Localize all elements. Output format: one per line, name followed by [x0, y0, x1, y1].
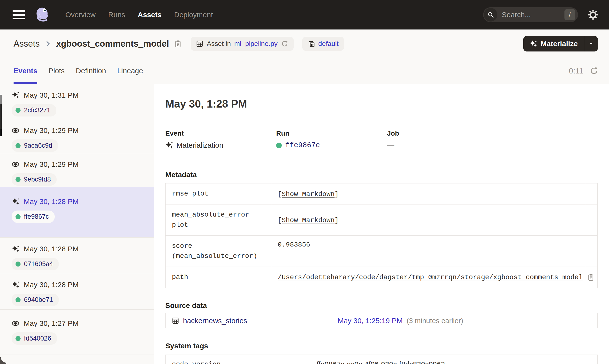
search-shortcut-badge: / — [565, 9, 575, 20]
event-list-item[interactable]: May 30, 1:29 PM 9aca6c9d — [0, 119, 154, 154]
asset-name-title: xgboost_comments_model — [56, 39, 169, 49]
metadata-key: rmse plot — [166, 183, 271, 205]
event-date: May 30, 1:28 PM — [24, 197, 79, 206]
event-list-sidebar: May 30, 1:31 PM 2cfc3271 May 30, 1:29 PM… — [0, 84, 154, 364]
observation-eye-icon — [12, 160, 19, 168]
source-time-link[interactable]: May 30, 1:25:19 PM — [338, 317, 402, 325]
dagster-logo-icon[interactable] — [34, 6, 51, 23]
top-navbar: Overview Runs Assets Deployment Search..… — [0, 0, 609, 29]
run-tag[interactable]: ffe9867c — [12, 210, 55, 223]
event-list-item-selected[interactable]: May 30, 1:28 PM ffe9867c — [0, 187, 154, 238]
run-tag[interactable]: 2cfc3271 — [12, 104, 56, 117]
show-markdown-link[interactable]: [Show Markdown] — [278, 190, 339, 198]
asset-group-pill[interactable]: default — [302, 37, 344, 51]
copy-path-icon[interactable] — [587, 273, 595, 281]
sparkle-icon — [530, 40, 537, 47]
run-tag[interactable]: 6940be71 — [12, 294, 59, 306]
metadata-key: mean_absolute_error plot — [166, 205, 271, 236]
nav-item-assets[interactable]: Assets — [138, 11, 161, 19]
metadata-heading: Metadata — [165, 171, 609, 179]
run-status-dot — [15, 297, 21, 302]
table-icon — [172, 317, 179, 324]
observation-eye-icon — [12, 320, 19, 327]
nav-item-deployment[interactable]: Deployment — [174, 11, 213, 19]
event-summary-columns: Event Materialization Run ffe9867c Job — — [165, 130, 609, 149]
event-date: May 30, 1:28 PM — [24, 281, 79, 289]
event-list-item[interactable]: May 30, 1:28 PM 6940be71 — [0, 273, 154, 310]
search-input[interactable]: Search... / — [483, 7, 578, 22]
breadcrumb-assets-link[interactable]: Assets — [14, 39, 40, 49]
system-tags-heading: System tags — [165, 342, 609, 350]
event-date: May 30, 1:29 PM — [24, 126, 79, 135]
repo-icon — [308, 40, 315, 47]
nav-item-overview[interactable]: Overview — [65, 11, 96, 19]
event-list-item[interactable]: May 30, 1:31 PM 2cfc3271 — [0, 84, 154, 119]
tab-definition[interactable]: Definition — [76, 58, 106, 84]
event-list-item[interactable]: May 30, 1:29 PM 9ebc9fd8 — [0, 154, 154, 187]
run-id: 071605a4 — [24, 260, 53, 268]
materialization-sparkle-icon — [12, 281, 19, 289]
show-markdown-link[interactable]: [Show Markdown] — [278, 217, 339, 224]
run-id: 2cfc3271 — [24, 107, 51, 114]
chevron-right-icon — [44, 40, 52, 48]
event-detail-panel: May 30, 1:28 PM Event Materialization Ru… — [154, 84, 609, 364]
run-status-dot — [15, 108, 21, 113]
tab-events[interactable]: Events — [14, 58, 37, 84]
system-tag-key: code_version — [166, 355, 310, 364]
run-tag[interactable]: fd540026 — [12, 332, 57, 345]
search-icon — [484, 8, 498, 22]
run-tag[interactable]: 9ebc9fd8 — [12, 173, 57, 186]
main-nav: Overview Runs Assets Deployment — [65, 11, 213, 19]
materialization-sparkle-icon — [165, 141, 173, 149]
materialize-button[interactable]: Materialize — [523, 36, 584, 52]
run-status-dot — [15, 214, 21, 219]
event-column-label: Event — [165, 130, 276, 137]
refresh-icon[interactable] — [590, 66, 598, 75]
materialize-dropdown-button[interactable] — [584, 36, 598, 52]
run-id: 6940be71 — [24, 296, 53, 304]
observation-eye-icon — [12, 127, 19, 134]
materialization-sparkle-icon — [12, 245, 19, 253]
settings-gear-icon[interactable] — [588, 9, 598, 20]
event-date: May 30, 1:29 PM — [24, 160, 79, 169]
source-data-heading: Source data — [165, 301, 609, 310]
metadata-table: rmse plot [Show Markdown] mean_absolute_… — [165, 183, 598, 288]
job-value: — — [387, 141, 394, 149]
group-default-link[interactable]: default — [318, 40, 339, 48]
asset-definition-pill[interactable]: Asset in ml_pipeline.py — [191, 37, 294, 51]
reload-definitions-icon[interactable] — [281, 40, 288, 47]
table-row: hackernews_stories May 30, 1:25:19 PM (3… — [166, 313, 598, 328]
nav-item-runs[interactable]: Runs — [108, 11, 125, 19]
pipeline-file-link[interactable]: ml_pipeline.py — [234, 40, 278, 48]
run-id: 9aca6c9d — [24, 142, 52, 149]
path-link[interactable]: /Users/odetteharary/code/dagster/tmp_0mz… — [278, 273, 583, 281]
event-list-item[interactable]: May 30, 1:28 PM 071605a4 — [0, 238, 154, 273]
event-type-value: Materialization — [177, 141, 223, 149]
source-asset-link[interactable]: hackernews_stories — [183, 317, 247, 325]
run-status-dot — [15, 261, 21, 267]
metadata-key: path — [166, 267, 271, 288]
tab-plots[interactable]: Plots — [48, 58, 65, 84]
table-row: score (mean_absolute_error) 0.983856 — [166, 236, 598, 267]
hamburger-menu-icon[interactable] — [13, 10, 25, 19]
event-list-item[interactable]: May 30, 1:27 PM fd540026 — [0, 310, 154, 355]
run-status-dot — [15, 143, 21, 148]
breadcrumb-row: Assets xgboost_comments_model Asset in m… — [0, 29, 609, 58]
table-icon — [196, 40, 203, 47]
screen-edge-artifact — [0, 95, 2, 136]
copy-asset-name-icon[interactable] — [174, 40, 182, 48]
run-status-dot — [15, 177, 21, 182]
materialize-label: Materialize — [541, 40, 578, 48]
source-time-note: (3 minutes earlier) — [407, 317, 463, 325]
table-row: code_version ffe9867c-ec9c-4f06-939c-f8d… — [166, 355, 598, 364]
metadata-score-value: 0.983856 — [271, 236, 586, 267]
tab-lineage[interactable]: Lineage — [117, 58, 143, 84]
run-id: 9ebc9fd8 — [24, 176, 51, 183]
tab-bar: Events Plots Definition Lineage 0:11 — [0, 58, 609, 84]
run-id-link[interactable]: ffe9867c — [285, 141, 320, 149]
run-column-label: Run — [276, 130, 387, 137]
run-tag[interactable]: 9aca6c9d — [12, 140, 58, 152]
event-date: May 30, 1:28 PM — [24, 245, 79, 253]
source-data-table: hackernews_stories May 30, 1:25:19 PM (3… — [165, 313, 598, 328]
run-tag[interactable]: 071605a4 — [12, 258, 59, 270]
